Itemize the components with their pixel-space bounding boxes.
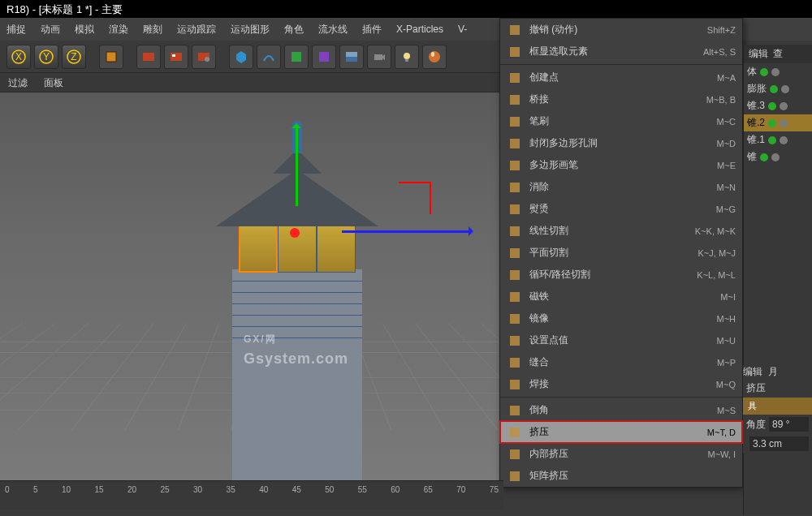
tick: 50 [325,485,334,494]
pivot-point[interactable] [290,228,300,238]
svg-rect-12 [292,52,301,62]
menu-plugins[interactable]: 插件 [362,23,382,37]
object-row[interactable]: 锥.2 [744,114,812,131]
menu-item-poly-pen[interactable]: 多边形画笔M~E [500,154,742,176]
object-row[interactable]: 锥.3 [744,97,812,114]
tick: 5 [33,485,38,494]
svg-rect-7 [143,53,154,61]
menu-shortcut: M~E [717,161,736,170]
menu-sculpt[interactable]: 雕刻 [143,23,162,37]
stitch-icon [507,355,523,371]
timeline[interactable]: 051015202530354045505560657075 [0,480,503,510]
axis-y-button[interactable]: Y [34,45,58,69]
menu-item-bevel[interactable]: 倒角M~S [500,399,742,421]
menu-item-knife-plane[interactable]: 平面切割K~J, M~J [500,242,742,264]
viewport[interactable]: GX/网Gsystem.com [0,92,503,482]
tick: 75 [490,485,499,494]
menu-item-weld[interactable]: 焊接M~Q [500,373,742,395]
menu-shortcut: K~J, M~J [698,248,736,258]
menu-item-magnet[interactable]: 磁铁M~I [500,286,742,307]
axis-z-button[interactable]: Z [62,45,86,69]
x-axis-gizmo[interactable] [342,230,472,233]
weld-icon [507,376,523,393]
dissolve-icon [507,179,523,196]
menu-render[interactable]: 渲染 [109,23,128,37]
svg-rect-34 [510,314,520,324]
menu-tracking[interactable]: 运动跟踪 [177,23,216,37]
inner-extrude-icon [507,446,523,462]
attribute-manager[interactable]: 编辑 月 挤压 具 角度89 ° 3.3 cm [743,365,812,454]
object-row[interactable]: 膨胀 [744,80,812,97]
tick: 60 [391,485,400,494]
window-title: R18) - [未标题 1 *] - 主要 [0,0,812,18]
tick: 0 [5,485,10,494]
loop-cut-icon [507,267,523,283]
extrude-icon [507,424,523,441]
menu-shortcut: M~W, I [707,449,736,459]
filter-menu[interactable]: 过滤 [8,76,28,88]
y-axis-gizmo[interactable] [296,125,298,206]
object-manager-tabs[interactable]: 编辑 查 [744,45,812,63]
menu-item-inner-extrude[interactable]: 内部挤压M~W, I [500,443,742,465]
camera-button[interactable] [367,45,391,69]
menu-item-brush[interactable]: 笔刷M~C [500,110,742,132]
attr-angle[interactable]: 角度89 ° [743,415,812,434]
menu-label: 线性切割 [529,224,689,238]
menu-item-close-hole[interactable]: 封闭多边形孔洞M~D [500,132,742,154]
axis-x-button[interactable]: X [6,45,31,69]
menu-mograph[interactable]: 运动图形 [231,23,270,37]
svg-text:X: X [15,51,22,62]
menu-simulate[interactable]: 模拟 [75,23,94,37]
primitive-button[interactable] [229,45,253,69]
menu-shortcut: M~G [716,204,736,214]
menu-label: 内部挤压 [529,447,701,461]
render-picture-button[interactable] [164,45,188,69]
menu-label: 熨烫 [529,202,710,216]
attr-offset[interactable]: 3.3 cm [743,434,812,454]
close-hole-icon [507,135,523,152]
menu-item-set-point[interactable]: 设置点值M~U [500,329,742,351]
object-row[interactable]: 锥 [744,148,812,166]
menu-item-mirror[interactable]: 镜像M~H [500,307,742,329]
svg-rect-39 [510,428,520,437]
menu-capture[interactable]: 捕捉 [6,23,26,37]
object-row[interactable]: 锥.1 [744,131,812,148]
menu-item-matrix-extrude[interactable]: 矩阵挤压 [500,465,742,487]
menu-animation[interactable]: 动画 [41,23,60,37]
menu-label: 创建点 [529,71,710,84]
render-settings-button[interactable] [192,45,216,69]
generator-button[interactable] [284,45,309,69]
render-view-button[interactable] [136,45,161,69]
menu-item-extrude[interactable]: 挤压M~T, D [500,421,742,443]
mesh-context-menu[interactable]: 撤销 (动作)Shift+Z框显选取元素Alt+S, S创建点M~A桥接M~B,… [499,18,743,488]
menu-item-undo[interactable]: 撤销 (动作)Shift+Z [500,19,742,41]
menu-vray[interactable]: V- [458,24,467,35]
menu-item-loop-cut[interactable]: 循环/路径切割K~L, M~L [500,264,742,286]
menu-item-iron[interactable]: 熨烫M~G [500,198,742,220]
svg-rect-28 [510,183,520,192]
timeline-ruler[interactable]: 051015202530354045505560657075 [0,481,503,497]
tool-tab[interactable]: 具 [743,398,812,415]
spline-button[interactable] [257,45,281,69]
menu-shortcut: M~N [716,183,736,192]
menu-xparticles[interactable]: X-Particles [396,24,443,35]
menu-item-select[interactable]: 框显选取元素Alt+S, S [500,41,742,62]
z-axis-gizmo[interactable] [399,182,431,214]
attribute-tabs[interactable]: 编辑 月 [743,365,812,379]
environment-button[interactable] [339,45,364,69]
menu-character[interactable]: 角色 [284,23,304,37]
cube-icon[interactable] [99,45,123,69]
tick: 35 [227,485,235,494]
menu-item-bridge[interactable]: 桥接M~B, B [500,88,742,110]
menu-item-stitch[interactable]: 缝合M~P [500,351,742,373]
tower-body [232,269,362,482]
light-button[interactable] [395,45,419,69]
menu-item-point[interactable]: 创建点M~A [500,67,742,88]
deformer-button[interactable] [312,45,336,69]
material-button[interactable] [422,45,447,69]
menu-item-knife-line[interactable]: 线性切割K~K, M~K [500,220,742,242]
menu-item-dissolve[interactable]: 消除M~N [500,176,742,198]
panel-menu[interactable]: 面板 [44,76,63,88]
object-row[interactable]: 体 [744,63,812,80]
menu-pipeline[interactable]: 流水线 [318,23,348,37]
